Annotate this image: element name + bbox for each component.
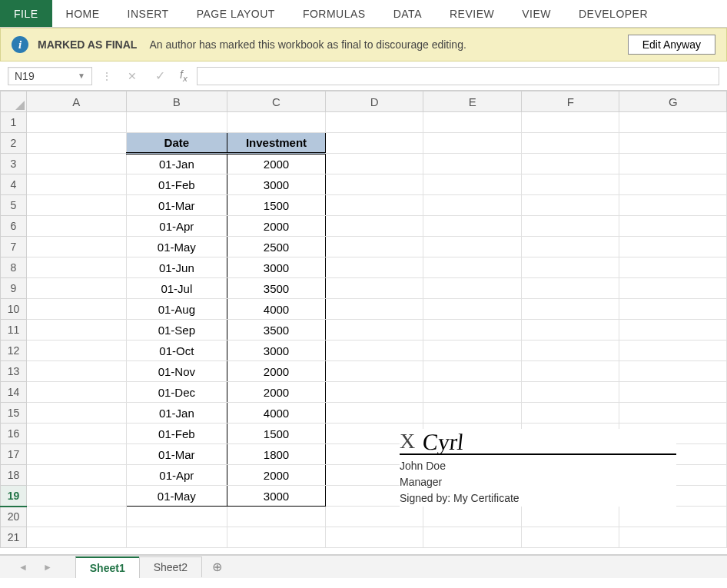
cell-g6[interactable] [619,216,727,237]
cell-b9[interactable]: 01-Jul [126,278,227,299]
cell-c18[interactable]: 2000 [227,465,326,486]
cell-e2[interactable] [423,133,522,154]
cell-b18[interactable]: 01-Apr [126,465,227,486]
row-head-7[interactable]: 7 [1,237,27,257]
signature-box[interactable]: X Cyrl John Doe Manager Signed by: My Ce… [400,429,676,507]
accept-formula-button[interactable]: ✓ [149,67,171,85]
cell-f9[interactable] [521,278,619,299]
row-head-8[interactable]: 8 [1,257,27,278]
tab-page-layout[interactable]: PAGE LAYOUT [183,0,289,27]
cell-b17[interactable]: 01-Mar [126,444,227,465]
cell-g4[interactable] [619,174,727,195]
cell-d6[interactable] [325,216,423,237]
cell-e10[interactable] [423,299,522,320]
cell-d2[interactable] [325,133,423,154]
cell-c6[interactable]: 2000 [227,216,326,237]
cell-b12[interactable]: 01-Oct [126,341,227,361]
cell-c14[interactable]: 2000 [227,382,326,403]
cell-b7[interactable]: 01-May [126,237,227,257]
cell-g3[interactable] [619,154,727,174]
row-head-18[interactable]: 18 [1,465,27,486]
cell-c1[interactable] [227,112,326,133]
col-head-e[interactable]: E [423,91,522,112]
cell-c4[interactable]: 3000 [227,174,326,195]
cell-e4[interactable] [423,174,522,195]
row-head-10[interactable]: 10 [1,299,27,320]
cell-f13[interactable] [521,361,619,382]
cell-g20[interactable] [619,507,727,527]
cell-b5[interactable]: 01-Mar [126,195,227,216]
cell-b21[interactable] [126,527,227,548]
cell-e6[interactable] [423,216,522,237]
row-head-1[interactable]: 1 [1,112,27,133]
cell-b3[interactable]: 01-Jan [126,154,227,174]
row-head-19[interactable]: 19 [1,486,27,507]
cell-a10[interactable] [27,299,127,320]
cell-e21[interactable] [423,527,522,548]
cell-c20[interactable] [227,507,326,527]
cell-a14[interactable] [27,382,127,403]
cell-b13[interactable]: 01-Nov [126,361,227,382]
cell-c11[interactable]: 3500 [227,320,326,341]
cell-b11[interactable]: 01-Sep [126,320,227,341]
cell-a21[interactable] [27,527,127,548]
row-head-16[interactable]: 16 [1,424,27,444]
cell-a9[interactable] [27,278,127,299]
row-head-17[interactable]: 17 [1,444,27,465]
cell-f3[interactable] [521,154,619,174]
cell-d20[interactable] [325,507,423,527]
cell-c2[interactable]: Investment [227,133,326,154]
cell-a17[interactable] [27,444,127,465]
cell-a15[interactable] [27,403,127,424]
col-head-c[interactable]: C [227,91,326,112]
cell-e13[interactable] [423,361,522,382]
cell-d8[interactable] [325,257,423,278]
row-head-3[interactable]: 3 [1,154,27,174]
cell-c13[interactable]: 2000 [227,361,326,382]
cell-a18[interactable] [27,465,127,486]
cell-c12[interactable]: 3000 [227,341,326,361]
row-head-20[interactable]: 20 [1,507,27,527]
cell-g7[interactable] [619,237,727,257]
tab-formulas[interactable]: FORMULAS [289,0,380,27]
cell-d12[interactable] [325,341,423,361]
cell-f7[interactable] [521,237,619,257]
cell-e8[interactable] [423,257,522,278]
col-head-f[interactable]: F [521,91,619,112]
cell-c15[interactable]: 4000 [227,403,326,424]
sheet-tab-1[interactable]: Sheet1 [75,556,140,578]
row-head-14[interactable]: 14 [1,382,27,403]
cell-d9[interactable] [325,278,423,299]
cell-c3[interactable]: 2000 [227,154,326,174]
cell-a6[interactable] [27,216,127,237]
cell-e9[interactable] [423,278,522,299]
cell-e3[interactable] [423,154,522,174]
cell-c19[interactable]: 3000 [227,486,326,507]
cell-e7[interactable] [423,237,522,257]
cell-c16[interactable]: 1500 [227,424,326,444]
sheet-nav-prev-icon[interactable]: ◄ [11,562,35,573]
cell-a12[interactable] [27,341,127,361]
cell-g13[interactable] [619,361,727,382]
cell-e20[interactable] [423,507,522,527]
tab-file[interactable]: FILE [0,0,52,27]
cell-a16[interactable] [27,424,127,444]
cell-f15[interactable] [521,403,619,424]
cell-b2[interactable]: Date [126,133,227,154]
cell-g15[interactable] [619,403,727,424]
row-head-4[interactable]: 4 [1,174,27,195]
cell-e15[interactable] [423,403,522,424]
add-sheet-button[interactable]: ⊕ [201,560,233,574]
cell-a4[interactable] [27,174,127,195]
cell-a8[interactable] [27,257,127,278]
cell-e14[interactable] [423,382,522,403]
cell-a13[interactable] [27,361,127,382]
cell-f6[interactable] [521,216,619,237]
cell-f2[interactable] [521,133,619,154]
cell-g2[interactable] [619,133,727,154]
cell-f8[interactable] [521,257,619,278]
cell-f20[interactable] [521,507,619,527]
cell-a19[interactable] [27,486,127,507]
row-head-2[interactable]: 2 [1,133,27,154]
row-head-5[interactable]: 5 [1,195,27,216]
